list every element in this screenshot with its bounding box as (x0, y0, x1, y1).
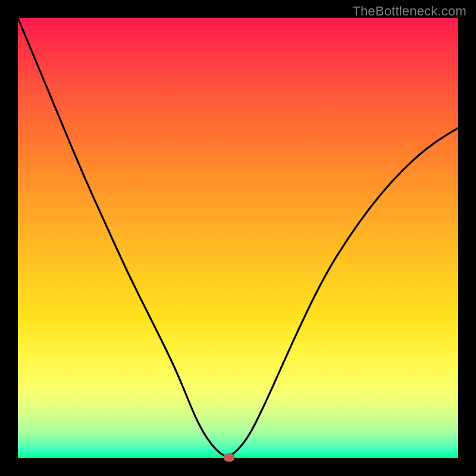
bottleneck-curve-path (18, 18, 458, 456)
watermark-text: TheBottleneck.com (352, 4, 466, 19)
chart-frame: TheBottleneck.com (0, 0, 476, 476)
current-config-marker (224, 453, 234, 462)
bottleneck-curve-svg (0, 0, 476, 476)
